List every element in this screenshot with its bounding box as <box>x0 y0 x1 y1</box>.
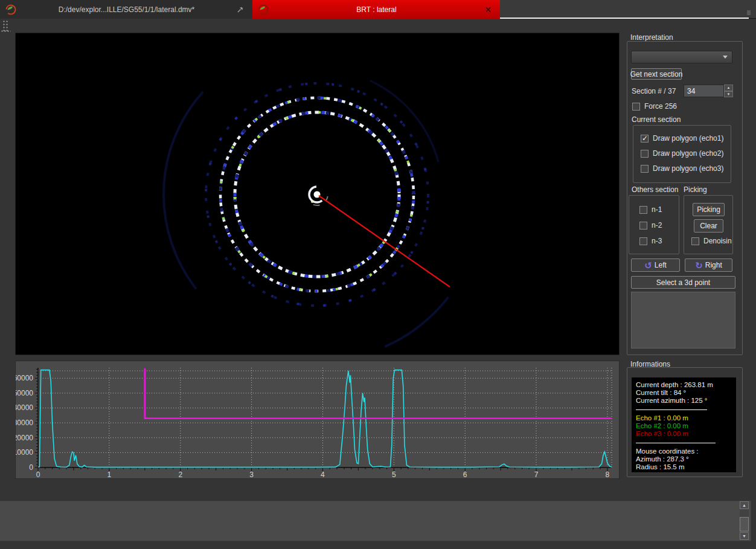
draw-polygon-echo3-checkbox[interactable]: Draw polygon (echo3) <box>641 164 723 173</box>
svg-text:0: 0 <box>29 463 33 472</box>
app-logo-icon <box>4 3 18 16</box>
spin-up-icon[interactable]: ▲ <box>724 85 733 91</box>
n-2-checkbox[interactable]: n-2 <box>639 221 662 230</box>
checkbox-box[interactable] <box>632 103 640 111</box>
svg-text:50000: 50000 <box>16 389 33 397</box>
draw-polygon-echo2-checkbox[interactable]: Draw polygon (echo2) <box>641 149 723 158</box>
echo3-value: Echo #3 : 0.00 m <box>636 430 732 438</box>
current-section-title: Current section <box>632 115 681 124</box>
checkbox-label: Draw polygon (echo3) <box>653 164 723 173</box>
rotate-right-label: Right <box>705 261 722 269</box>
sonar-graphics <box>16 33 619 355</box>
informations-readout: Current depth : 263.81 m Current tilt : … <box>632 377 736 472</box>
rotate-left-button[interactable]: ↺ Left <box>631 258 680 272</box>
svg-text:7: 7 <box>534 470 539 478</box>
n-1-checkbox[interactable]: n-1 <box>639 205 662 214</box>
tabbar-base-line <box>500 18 749 19</box>
svg-text:10000: 10000 <box>16 448 33 457</box>
interpretation-group: Get next section Section # / 37 34 ▲ ▼ F… <box>627 41 743 355</box>
checkbox-label: n-2 <box>652 221 662 230</box>
picking-group-title: Picking <box>684 185 707 194</box>
checkbox-label: Denoisin <box>703 237 732 245</box>
mouse-coordinates-header: Mouse coordinates : <box>636 448 732 455</box>
select-3d-point-button[interactable]: Select a 3d point <box>631 276 735 289</box>
echo2-value: Echo #2 : 0.00 m <box>636 422 732 430</box>
current-section-group: Draw polygon (echo1) Draw polygon (echo2… <box>633 125 731 183</box>
app-logo-icon <box>257 3 270 16</box>
current-tilt-value: Current tilt : 84 ° <box>636 389 732 397</box>
scroll-down-icon[interactable]: ▼ <box>740 532 749 540</box>
denoising-checkbox[interactable]: Denoisin <box>691 237 732 245</box>
checkbox-box[interactable] <box>641 165 649 173</box>
picking-group: Picking Clear Denoisin <box>684 195 733 254</box>
close-icon[interactable]: ✕ <box>483 5 493 14</box>
svg-text:3: 3 <box>249 470 254 478</box>
others-section-title: Others section <box>632 185 678 194</box>
tab-overflow-indicator <box>747 10 751 15</box>
sonar-center-speck <box>311 201 313 203</box>
scroll-up-icon[interactable]: ▲ <box>740 501 749 509</box>
checkbox-label: Draw polygon (echo1) <box>653 134 723 143</box>
svg-text:2: 2 <box>178 470 182 478</box>
force-256-label: Force 256 <box>644 102 677 111</box>
svg-text:8: 8 <box>606 470 610 478</box>
tab-file[interactable]: D:/dev/explor...ILLE/SG55/1/1/lateral.dm… <box>0 0 252 19</box>
svg-text:1: 1 <box>107 470 112 478</box>
svg-text:40000: 40000 <box>16 403 33 412</box>
svg-text:30000: 30000 <box>16 419 33 427</box>
tab-brt-title: BRT : lateral <box>270 5 483 14</box>
sonar-view[interactable] <box>15 33 620 355</box>
signal-chart-plot: 0123456780100002000030000400005000060000 <box>16 361 619 478</box>
checkbox-label: n-1 <box>652 205 662 214</box>
others-section-group: n-1 n-2 n-3 <box>629 195 679 254</box>
signal-chart: 0123456780100002000030000400005000060000 <box>15 361 620 479</box>
tab-bar: D:/dev/explor...ILLE/SG55/1/1/lateral.dm… <box>0 0 756 19</box>
svg-text:0: 0 <box>36 470 40 478</box>
mouse-radius-value: Radius : 15.5 m <box>636 463 732 471</box>
mouse-azimuth-value: Azimuth : 287.3 ° <box>636 455 732 463</box>
checkbox-box[interactable] <box>639 237 647 245</box>
clear-button[interactable]: Clear <box>694 219 723 233</box>
current-azimuth-value: Current azimuth : 125 ° <box>636 397 732 405</box>
checkbox-box[interactable] <box>691 237 699 245</box>
n-3-checkbox[interactable]: n-3 <box>639 237 662 245</box>
checkbox-box[interactable] <box>641 150 649 158</box>
svg-text:60000: 60000 <box>16 374 33 382</box>
svg-text:20000: 20000 <box>16 434 33 442</box>
tab-brt-lateral[interactable]: BRT : lateral ✕ <box>252 0 500 19</box>
scrollbar-thumb[interactable] <box>740 517 749 531</box>
separator <box>636 409 707 410</box>
rotate-right-icon: ↻ <box>695 261 703 270</box>
current-depth-value: Current depth : 263.81 m <box>636 381 732 389</box>
interpretation-combobox[interactable] <box>631 51 732 63</box>
log-panel <box>0 501 751 541</box>
svg-text:5: 5 <box>392 470 396 478</box>
informations-group: Current depth : 263.81 m Current tilt : … <box>627 367 743 477</box>
log-panel-scrollbar[interactable]: ▲ ▼ <box>740 501 749 540</box>
get-next-section-button[interactable]: Get next section <box>631 68 682 80</box>
svg-text:6: 6 <box>463 470 467 478</box>
checkbox-box[interactable] <box>641 135 649 143</box>
rotate-left-label: Left <box>655 261 667 269</box>
rotate-left-icon: ↺ <box>644 261 652 270</box>
spin-down-icon[interactable]: ▼ <box>724 91 733 98</box>
checkbox-label: Draw polygon (echo2) <box>653 149 723 158</box>
section-number-label: Section # / 37 <box>632 87 676 95</box>
picked-points-list[interactable] <box>631 292 735 348</box>
svg-text:4: 4 <box>321 470 325 478</box>
pin-icon[interactable] <box>235 5 245 14</box>
section-number-input[interactable]: 34 <box>684 85 724 97</box>
separator <box>636 443 716 443</box>
rotate-right-button[interactable]: ↻ Right <box>685 258 732 272</box>
toolbar-grip-handle[interactable] <box>1 30 11 33</box>
checkbox-box[interactable] <box>639 206 647 214</box>
interpretation-group-title: Interpretation <box>630 33 673 42</box>
checkbox-label: n-3 <box>652 237 662 245</box>
tab-file-title: D:/dev/explor...ILLE/SG55/1/1/lateral.dm… <box>18 5 235 14</box>
chevron-down-icon <box>723 56 728 59</box>
checkbox-box[interactable] <box>639 222 647 230</box>
force-256-checkbox[interactable]: Force 256 <box>632 102 677 111</box>
draw-polygon-echo1-checkbox[interactable]: Draw polygon (echo1) <box>641 134 723 143</box>
echo1-value: Echo #1 : 0.00 m <box>636 414 732 422</box>
picking-button[interactable]: Picking <box>693 203 725 216</box>
